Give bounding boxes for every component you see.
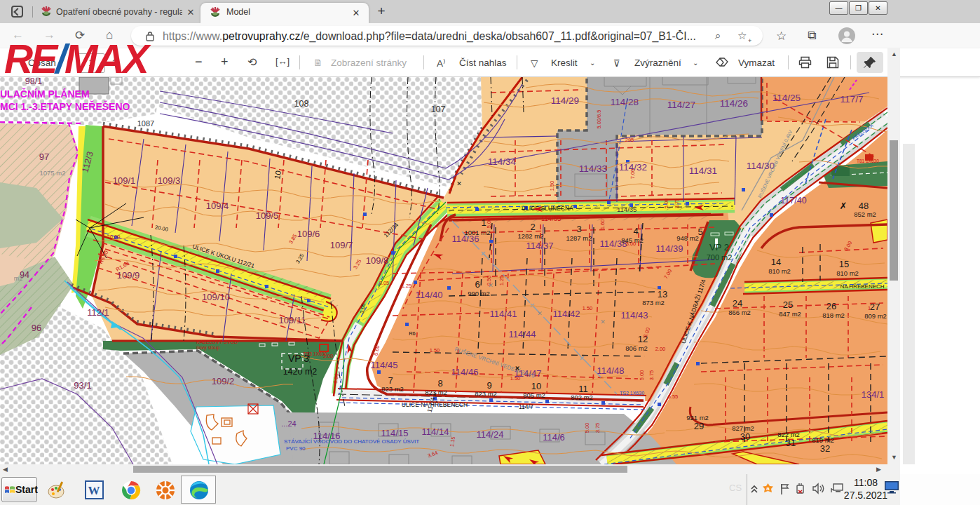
svg-text:114/14: 114/14 <box>422 426 449 437</box>
svg-text:109/6: 109/6 <box>297 229 320 239</box>
svg-text:3: 3 <box>576 224 581 234</box>
svg-text:114/37: 114/37 <box>526 241 554 251</box>
svg-text:109/2: 109/2 <box>212 376 235 386</box>
svg-text:107: 107 <box>431 105 446 114</box>
svg-text:114/35: 114/35 <box>617 206 637 213</box>
svg-text:1.25: 1.25 <box>402 283 412 289</box>
svg-text:✗: ✗ <box>840 201 848 211</box>
svg-text:ULICE SLUNEČNÁ: ULICE SLUNEČNÁ <box>522 205 573 212</box>
svg-text:114/27: 114/27 <box>667 100 695 110</box>
svg-text:26: 26 <box>826 301 836 311</box>
svg-text:5.00: 5.00 <box>663 198 669 209</box>
svg-text:27: 27 <box>870 302 880 312</box>
svg-text:1.50: 1.50 <box>583 305 593 311</box>
svg-text:866 m2: 866 m2 <box>728 309 751 316</box>
svg-text:114/44: 114/44 <box>509 329 536 339</box>
svg-text:5.00/6.5: 5.00/6.5 <box>596 109 602 128</box>
svg-text:2: 2 <box>530 222 535 232</box>
svg-text:114/39: 114/39 <box>656 243 683 254</box>
svg-text:810 m2: 810 m2 <box>836 269 859 277</box>
svg-text:114/33: 114/33 <box>579 163 607 174</box>
svg-text:13: 13 <box>658 289 667 299</box>
svg-text:W: W <box>88 484 100 497</box>
svg-text:114/26: 114/26 <box>720 98 748 109</box>
svg-text:✕: ✕ <box>600 318 606 325</box>
svg-text:109/4: 109/4 <box>206 201 229 211</box>
svg-text:5.00: 5.00 <box>639 370 645 381</box>
svg-text:114/45: 114/45 <box>371 360 398 370</box>
svg-text:109/1: 109/1 <box>113 175 136 186</box>
svg-text:NA HŘEBENECH: NA HŘEBENECH <box>840 283 884 290</box>
svg-text:114/43: 114/43 <box>621 310 648 321</box>
svg-text:KABELOVÝ SVOD: KABELOVÝ SVOD <box>196 339 238 344</box>
svg-text:MCI 1.-3.ETAPY NEŘEŠENO: MCI 1.-3.ETAPY NEŘEŠENO <box>0 100 130 112</box>
svg-text:117/40: 117/40 <box>780 196 806 206</box>
svg-text:114/31: 114/31 <box>689 166 717 176</box>
svg-text:802 m2: 802 m2 <box>571 393 593 401</box>
svg-text:32: 32 <box>820 443 830 454</box>
svg-text:1420 m2: 1420 m2 <box>283 367 318 377</box>
svg-text:3.75: 3.75 <box>648 370 655 381</box>
svg-text:114/15: 114/15 <box>381 428 409 438</box>
svg-text:109/3: 109/3 <box>158 175 181 186</box>
svg-text:11: 11 <box>578 384 588 394</box>
svg-text:8: 8 <box>437 378 442 389</box>
svg-text:1.25: 1.25 <box>498 276 505 286</box>
svg-text:109/5: 109/5 <box>256 210 279 221</box>
svg-text:nový sloup: nový sloup <box>196 345 220 351</box>
svg-text:109/8: 109/8 <box>366 255 389 266</box>
svg-text:1087: 1087 <box>137 119 154 128</box>
svg-text:109/11: 109/11 <box>279 315 306 325</box>
svg-text:108: 108 <box>294 99 309 109</box>
svg-text:25: 25 <box>783 299 793 310</box>
svg-text:114/24: 114/24 <box>477 429 504 440</box>
svg-text:114/42: 114/42 <box>553 309 580 319</box>
svg-text:1.50: 1.50 <box>510 375 521 382</box>
svg-text:6.55: 6.55 <box>668 393 679 400</box>
svg-text:3.05: 3.05 <box>379 280 390 286</box>
svg-text:114/36: 114/36 <box>452 234 479 244</box>
svg-text:700 m2: 700 m2 <box>707 253 733 262</box>
svg-text:805 m2: 805 m2 <box>523 391 545 399</box>
svg-text:3.75: 3.75 <box>674 198 680 209</box>
svg-text:10: 10 <box>531 381 541 391</box>
svg-text:5.00: 5.00 <box>486 218 492 229</box>
svg-text:m2: m2 <box>14 275 23 282</box>
svg-text:✕: ✕ <box>488 282 494 289</box>
svg-text:114/25: 114/25 <box>773 93 801 103</box>
svg-text:114/40: 114/40 <box>416 290 443 300</box>
svg-text:9: 9 <box>486 380 491 391</box>
svg-text:1287 m2: 1287 m2 <box>566 234 592 242</box>
svg-text:810 m2: 810 m2 <box>768 267 791 275</box>
svg-text:1.50: 1.50 <box>430 347 440 354</box>
svg-text:1.60: 1.60 <box>599 220 606 230</box>
svg-text:15: 15 <box>839 259 849 269</box>
svg-text:809 m2: 809 m2 <box>864 312 887 320</box>
svg-text:134/1: 134/1 <box>862 389 885 400</box>
svg-text:114/7: 114/7 <box>519 403 533 410</box>
svg-text:14: 14 <box>771 257 781 267</box>
svg-text:117/7: 117/7 <box>841 94 864 105</box>
svg-text:TS2 1X630: TS2 1X630 <box>620 391 644 396</box>
svg-text:114/6: 114/6 <box>543 432 565 443</box>
svg-text:948 m2: 948 m2 <box>676 234 699 242</box>
svg-text:990 m2: 990 m2 <box>468 290 490 297</box>
svg-text:30: 30 <box>740 431 750 442</box>
svg-text:109/9: 109/9 <box>117 270 140 281</box>
svg-text:a: a <box>766 485 770 492</box>
svg-text:1: 1 <box>868 305 871 311</box>
svg-text:114/48: 114/48 <box>597 365 625 376</box>
svg-text:29: 29 <box>694 421 704 431</box>
svg-text:114/34: 114/34 <box>488 156 517 167</box>
svg-text:10: 10 <box>273 170 283 180</box>
svg-text:31: 31 <box>786 438 796 448</box>
svg-text:ULAČNÍM PLÁNEM: ULAČNÍM PLÁNEM <box>0 88 90 100</box>
svg-text:112/1: 112/1 <box>87 307 109 318</box>
svg-text:3.00: 3.00 <box>323 353 334 359</box>
svg-text:VP 2: VP 2 <box>709 242 729 252</box>
svg-text:806 m2: 806 m2 <box>625 344 648 352</box>
svg-text:1.50: 1.50 <box>549 181 555 191</box>
svg-text:295: 295 <box>625 137 634 143</box>
svg-text:✕: ✕ <box>515 365 520 372</box>
svg-text:1282 m2: 1282 m2 <box>518 232 544 240</box>
